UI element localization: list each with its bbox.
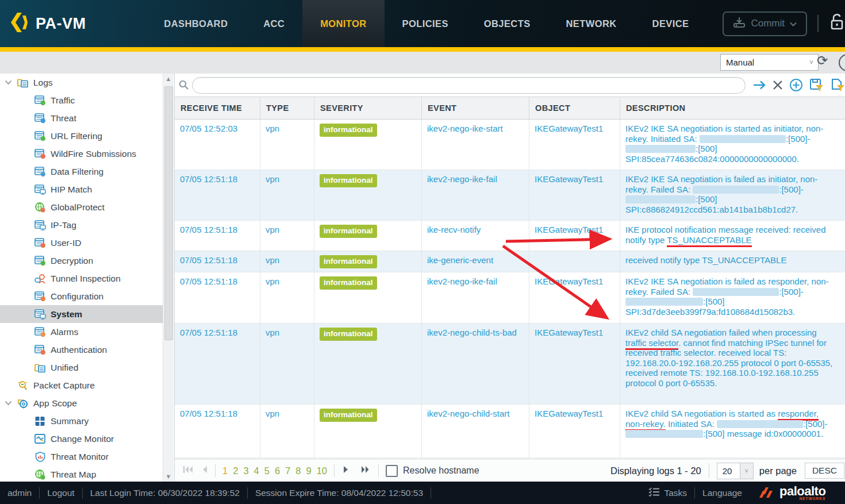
sidebar-item-globalprotect[interactable]: GlobalProtect [0,198,163,216]
cell-receive-time[interactable]: 07/05 12:51:18 [175,221,260,251]
tab-device[interactable]: DEVICE [635,0,707,47]
column-header-description[interactable]: DESCRIPTION [620,97,845,119]
cell-receive-time[interactable]: 07/05 12:51:18 [175,251,260,272]
page-number-8[interactable]: 8 [295,465,301,476]
sidebar-item-decryption[interactable]: Decryption [0,252,163,270]
log-row[interactable]: 07/05 12:51:18vpninformationalikev2-nego… [175,170,845,221]
cell-type[interactable]: vpn [260,251,314,272]
page-number-6[interactable]: 6 [275,465,280,476]
commit-button[interactable]: Commit [723,11,807,36]
cell-object[interactable]: IKEGatewayTest1 [529,405,620,457]
page-number-1[interactable]: 1 [222,465,228,476]
column-header-object[interactable]: OBJECT [529,97,620,119]
column-header-event[interactable]: EVENT [422,97,529,119]
sidebar-item-threat-map[interactable]: Threat Map [0,465,163,482]
sidebar-item-threat-monitor[interactable]: Threat Monitor [0,448,163,465]
sidebar-item-unified[interactable]: Unified [0,359,163,376]
sidebar-item-app-scope[interactable]: App Scope [0,394,163,412]
scrollbar-thumb[interactable] [164,86,173,340]
sidebar-item-packet-capture[interactable]: Packet Capture [0,376,163,394]
tab-acc[interactable]: ACC [245,0,302,47]
tab-network[interactable]: NETWORK [548,0,635,47]
log-row[interactable]: 07/05 12:51:18vpninformationalikev2-nego… [175,272,845,324]
tasks-link[interactable]: Tasks [664,488,694,498]
cell-event[interactable]: ike-recv-notify [422,221,529,251]
log-row[interactable]: 07/05 12:51:18vpninformationalikev2-nego… [175,324,845,405]
tab-dashboard[interactable]: DASHBOARD [146,0,245,47]
page-number-9[interactable]: 9 [306,465,312,476]
log-row[interactable]: 07/05 12:51:18vpninformationalike-recv-n… [175,221,845,251]
clear-filter-x-icon[interactable] [773,80,783,90]
cell-event[interactable]: ike-generic-event [422,251,529,272]
sidebar-item-tunnel-inspection[interactable]: Tunnel Inspection [0,270,163,287]
first-page-icon[interactable] [183,465,193,476]
cell-receive-time[interactable]: 07/05 12:51:18 [175,170,260,220]
cell-event[interactable]: ikev2-nego-ike-fail [422,272,529,323]
column-header-severity[interactable]: SEVERITY [314,97,422,119]
log-row[interactable]: 07/05 12:51:18vpninformationalikev2-nego… [175,405,845,458]
prev-page-icon[interactable] [201,465,208,476]
sidebar-item-url-filtering[interactable]: URL Filtering [0,127,163,145]
sort-order-button[interactable]: DESC [805,463,844,479]
cell-type[interactable]: vpn [260,170,314,220]
page-number-10[interactable]: 10 [317,465,327,476]
scroll-up-icon[interactable]: ▲ [165,75,172,82]
load-filter-icon[interactable] [831,78,845,92]
cell-object[interactable] [529,251,620,272]
refresh-icon[interactable]: ⟳ [817,53,828,68]
last-page-icon[interactable] [361,465,371,476]
log-row[interactable]: 07/05 12:52:03vpninformationalikev2-nego… [175,120,845,170]
sidebar-item-change-monitor[interactable]: Change Monitor [0,430,163,448]
add-filter-icon[interactable] [789,78,803,92]
cell-object[interactable]: IKEGatewayTest1 [529,120,620,170]
next-page-icon[interactable] [343,465,349,476]
log-row[interactable]: 07/05 12:51:18vpninformationalike-generi… [175,251,845,272]
cell-receive-time[interactable]: 07/05 12:51:18 [175,324,260,404]
sidebar-item-user-id[interactable]: User-ID [0,234,163,252]
cell-type[interactable]: vpn [260,324,314,404]
resolve-hostname-checkbox[interactable] [386,465,398,477]
tab-policies[interactable]: POLICIES [385,0,466,47]
sidebar-item-traffic[interactable]: Traffic [0,91,163,109]
cell-type[interactable]: vpn [260,120,314,170]
page-number-3[interactable]: 3 [243,465,248,476]
apply-filter-arrow-icon[interactable] [752,80,766,90]
sidebar-item-summary[interactable]: Summary [0,412,163,430]
sidebar-item-data-filtering[interactable]: Data Filtering [0,163,163,180]
refresh-mode-select[interactable]: Manual ˅ [720,54,819,71]
cell-receive-time[interactable]: 07/05 12:51:18 [175,405,260,457]
page-number-4[interactable]: 4 [254,465,259,476]
page-number-7[interactable]: 7 [285,465,290,476]
cell-event[interactable]: ikev2-nego-child-start [422,405,529,457]
scroll-down-icon[interactable]: ▼ [165,473,172,480]
sidebar-scrollbar[interactable]: ▲ ▼ [163,74,174,482]
sidebar-item-alarms[interactable]: Alarms [0,323,163,341]
cell-type[interactable]: vpn [260,272,314,323]
sidebar-item-threat[interactable]: Threat [0,109,163,127]
cell-object[interactable]: IKEGatewayTest1 [529,221,620,251]
page-number-2[interactable]: 2 [233,465,238,476]
save-filter-icon[interactable] [809,78,824,92]
cell-object[interactable]: IKEGatewayTest1 [529,324,620,404]
sidebar-item-system[interactable]: System [0,305,163,323]
chevron-down-icon[interactable] [5,401,17,406]
cell-object[interactable]: IKEGatewayTest1 [529,272,620,323]
sidebar-item-hip-match[interactable]: HIP Match [0,180,163,198]
cell-receive-time[interactable]: 07/05 12:51:18 [175,272,260,323]
logout-link[interactable]: Logout [40,488,82,498]
cell-receive-time[interactable]: 07/05 12:52:03 [175,120,260,170]
sidebar-item-configuration[interactable]: Configuration [0,287,163,305]
unlock-icon[interactable] [829,13,845,34]
tab-monitor[interactable]: MONITOR [302,0,384,47]
sidebar-item-authentication[interactable]: Authentication [0,341,163,359]
help-icon[interactable]: ? [839,54,845,71]
chevron-down-icon[interactable] [5,80,17,85]
tab-objects[interactable]: OBJECTS [466,0,548,47]
cell-event[interactable]: ikev2-nego-ike-fail [422,170,529,220]
cell-event[interactable]: ikev2-nego-ike-start [422,120,529,170]
sidebar-item-logs[interactable]: Logs [0,74,163,91]
sidebar-item-wildfire-submissions[interactable]: WildFire Submissions [0,145,163,163]
cell-type[interactable]: vpn [260,405,314,457]
cell-object[interactable]: IKEGatewayTest1 [529,170,620,220]
cell-type[interactable]: vpn [260,221,314,251]
